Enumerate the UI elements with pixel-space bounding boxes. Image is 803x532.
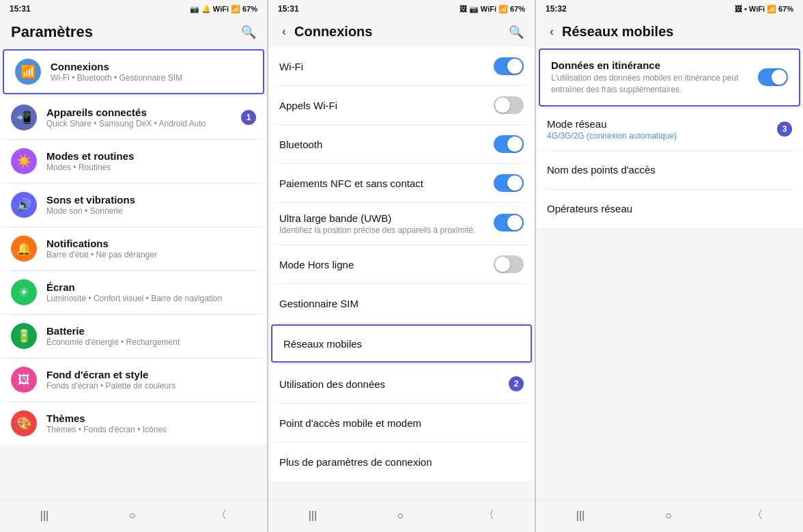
signal-icon-2: 📶 xyxy=(498,5,508,14)
modes-title: Modes et routines xyxy=(46,150,256,162)
appareils-icon: 📲 xyxy=(11,104,37,130)
reseaux-mode-reseau[interactable]: Mode réseau 4G/3G/2G (connexion automati… xyxy=(536,109,803,150)
nfc-title: Paiements NFC et sans contact xyxy=(279,178,494,189)
setting-modes[interactable]: ☀️ Modes et routines Modes • Routines xyxy=(0,140,267,182)
conn-uwb[interactable]: Ultra large bande (UWB) Identifiez la po… xyxy=(268,203,535,244)
fond-title: Fond d'écran et style xyxy=(46,369,256,380)
setting-fond[interactable]: 🖼 Fond d'écran et style Fonds d'écran • … xyxy=(0,359,267,401)
search-icon-1[interactable]: 🔍 xyxy=(241,25,256,40)
settings-list-1: 📶 Connexions Wi-Fi • Bluetooth • Gestion… xyxy=(0,48,267,499)
appareils-text: Appareils connectés Quick Share • Samsun… xyxy=(46,107,236,128)
wifi-toggle[interactable] xyxy=(494,57,524,75)
nav-home-3[interactable]: ○ xyxy=(654,507,683,524)
nav-recent-2[interactable]: ||| xyxy=(298,507,328,524)
conn-wifi[interactable]: Wi-Fi xyxy=(268,47,535,85)
connexions-sub: Wi-Fi • Bluetooth • Gestionnaire SIM xyxy=(51,73,252,83)
hors-ligne-toggle[interactable] xyxy=(494,255,524,273)
conn-hors-ligne[interactable]: Mode Hors ligne xyxy=(268,245,535,283)
time-3: 15:32 xyxy=(546,4,567,14)
wifi-icon-2: WiFi xyxy=(481,5,496,13)
batterie-text: Batterie Économie d'énergie • Rechargeme… xyxy=(46,325,256,347)
battery-1: 67% xyxy=(242,5,257,13)
nom-points-title: Nom des points d'accès xyxy=(547,164,792,176)
reseaux-nom-points[interactable]: Nom des points d'accès xyxy=(536,151,803,189)
page-title-3: Réseaux mobiles xyxy=(562,24,792,40)
reseaux-itinerance[interactable]: Données en itinérance L'utilisation des … xyxy=(539,48,800,107)
page-title-2: Connexions xyxy=(294,24,503,40)
nav-home-2[interactable]: ○ xyxy=(386,507,414,524)
wifi-title: Wi-Fi xyxy=(279,61,494,72)
conn-gestionnaire[interactable]: Gestionnaire SIM xyxy=(268,284,535,322)
connexions-list: Wi-Fi Appels Wi-Fi Bluetooth xyxy=(268,47,535,499)
plus-text: Plus de paramètres de connexion xyxy=(279,456,524,468)
screenshot-icon-2: 📷 xyxy=(469,5,479,14)
operateurs-title: Opérateurs réseau xyxy=(547,203,792,214)
setting-connexions[interactable]: 📶 Connexions Wi-Fi • Bluetooth • Gestion… xyxy=(3,49,264,94)
nav-home-1[interactable]: ○ xyxy=(118,507,147,524)
back-btn-2[interactable]: ‹ xyxy=(279,23,289,40)
wifi-icon: WiFi xyxy=(213,5,229,13)
signal-icon-3: 📶 xyxy=(767,5,776,14)
time-2: 15:31 xyxy=(278,4,299,14)
status-bar-2: 15:31 🖼 📷 WiFi 📶 67% xyxy=(268,0,535,16)
setting-sons[interactable]: 🔊 Sons et vibrations Mode son • Sonnerie xyxy=(0,184,267,226)
nav-back-3[interactable]: 〈 xyxy=(741,505,774,525)
operateurs-text: Opérateurs réseau xyxy=(547,203,792,214)
gallery-icon-3: 🖼 xyxy=(735,5,742,13)
utilisation-text: Utilisation des données xyxy=(279,378,503,390)
nav-back-2[interactable]: 〈 xyxy=(473,505,505,525)
nav-recent-3[interactable]: ||| xyxy=(565,507,595,524)
conn-bluetooth[interactable]: Bluetooth xyxy=(268,125,535,163)
signal-icon: 📶 xyxy=(231,5,240,14)
setting-batterie[interactable]: 🔋 Batterie Économie d'énergie • Recharge… xyxy=(0,315,267,357)
bluetooth-title: Bluetooth xyxy=(279,139,494,150)
ecran-sub: Luminosité • Confort visuel • Barre de n… xyxy=(46,294,256,303)
conn-utilisation[interactable]: Utilisation des données 2 xyxy=(268,365,535,403)
time-1: 15:31 xyxy=(10,4,31,14)
itinerance-toggle[interactable] xyxy=(758,68,788,86)
battery-3: 67% xyxy=(778,5,793,13)
nfc-toggle[interactable] xyxy=(494,174,524,192)
notifs-title: Notifications xyxy=(46,238,256,249)
nav-recent-1[interactable]: ||| xyxy=(29,507,59,524)
conn-point-acces[interactable]: Point d'accès mobile et modem xyxy=(268,404,535,442)
reseaux-operateurs[interactable]: Opérateurs réseau xyxy=(536,190,803,228)
ecran-text: Écran Luminosité • Confort visuel • Barr… xyxy=(46,281,256,303)
conn-appels-wifi[interactable]: Appels Wi-Fi xyxy=(268,86,535,124)
notifications-icon: 🔔 xyxy=(201,5,211,14)
ecran-title: Écran xyxy=(46,281,256,293)
setting-ecran[interactable]: ☀ Écran Luminosité • Confort visuel • Ba… xyxy=(0,271,267,313)
appareils-badge: 1 xyxy=(241,110,256,125)
setting-notifs[interactable]: 🔔 Notifications Barre d'état • Ne pas dé… xyxy=(0,227,267,270)
gallery-icon: 🖼 xyxy=(460,5,467,13)
uwb-toggle[interactable] xyxy=(494,214,524,232)
conn-reseaux[interactable]: Réseaux mobiles xyxy=(271,324,532,363)
search-icon-2[interactable]: 🔍 xyxy=(509,25,524,40)
mode-reseau-badge: 3 xyxy=(777,122,792,137)
mode-reseau-text: Mode réseau 4G/3G/2G (connexion automati… xyxy=(547,118,772,141)
themes-title: Thèmes xyxy=(46,412,256,424)
appels-wifi-text: Appels Wi-Fi xyxy=(279,100,494,111)
bottom-nav-1: ||| ○ 〈 xyxy=(0,499,267,532)
uwb-sub: Identifiez la position précise des appar… xyxy=(279,225,494,235)
conn-nfc[interactable]: Paiements NFC et sans contact xyxy=(268,164,535,202)
connexions-icon: 📶 xyxy=(15,59,41,85)
bottom-nav-2: ||| ○ 〈 xyxy=(268,499,535,532)
bluetooth-toggle[interactable] xyxy=(494,135,524,153)
appels-wifi-toggle[interactable] xyxy=(494,96,524,114)
conn-plus[interactable]: Plus de paramètres de connexion xyxy=(268,443,535,481)
mode-reseau-title: Mode réseau xyxy=(547,118,772,130)
nom-points-text: Nom des points d'accès xyxy=(547,164,792,176)
setting-themes[interactable]: 🎨 Thèmes Thèmes • Fonds d'écran • Icônes xyxy=(0,402,267,445)
sons-title: Sons et vibrations xyxy=(46,194,256,206)
gestionnaire-text: Gestionnaire SIM xyxy=(279,298,524,309)
connexions-header: ‹ Connexions 🔍 xyxy=(268,16,535,47)
utilisation-title: Utilisation des données xyxy=(279,378,503,390)
ecran-icon: ☀ xyxy=(11,279,37,305)
point-acces-text: Point d'accès mobile et modem xyxy=(279,417,524,429)
back-btn-3[interactable]: ‹ xyxy=(547,23,557,40)
plus-title: Plus de paramètres de connexion xyxy=(279,456,524,468)
modes-sub: Modes • Routines xyxy=(46,163,256,172)
nav-back-1[interactable]: 〈 xyxy=(205,505,238,525)
setting-appareils[interactable]: 📲 Appareils connectés Quick Share • Sams… xyxy=(0,96,267,139)
